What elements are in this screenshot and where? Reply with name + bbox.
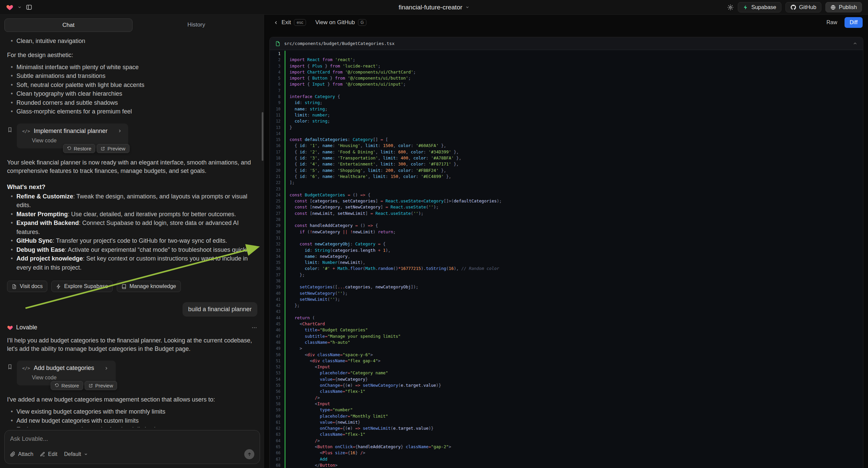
code-text: setNewCategory(''); <box>284 290 863 296</box>
supabase-button[interactable]: Supabase <box>738 2 781 12</box>
code-text: id: string; <box>284 100 863 106</box>
bullet-item: GitHub Sync: Transfer your project's cod… <box>17 236 257 245</box>
line-number: 28 <box>270 216 284 223</box>
github-icon <box>790 4 796 10</box>
code-text: className="flex-1" <box>284 431 863 437</box>
code-line: 68 </Button> <box>270 462 863 468</box>
code-text: name: string; <box>284 106 863 112</box>
supabase-icon <box>56 284 61 289</box>
globe-icon <box>830 5 836 10</box>
github-button[interactable]: GitHub <box>785 2 822 12</box>
bookmark-icon[interactable] <box>7 364 13 370</box>
tool-card-actions: Restore Preview <box>63 144 129 153</box>
message-menu-icon[interactable] <box>251 325 257 331</box>
edit-button[interactable]: Edit <box>40 451 57 457</box>
code-line: 62 onChange={(e) => setNewLimit(e.target… <box>270 426 863 431</box>
ready-text: Your sleek financial planner is now read… <box>7 158 257 175</box>
line-number: 34 <box>270 254 284 260</box>
collapse-chevron-up-icon[interactable] <box>852 41 858 46</box>
publish-button[interactable]: Publish <box>826 2 862 12</box>
code-line: 7 <box>270 88 863 94</box>
attach-button[interactable]: Attach <box>10 451 33 457</box>
tool-card-header: </> Add budget categories <box>22 364 110 372</box>
aesthetic-intro: For the design aesthetic: <box>7 51 257 59</box>
code-text: onChange={(e) => setNewCategory(e.target… <box>284 382 863 388</box>
code-text: placeholder="Category name" <box>284 370 863 376</box>
code-line: 27 const [newLimit, setNewLimit] = React… <box>270 210 863 216</box>
code-editor[interactable]: 12import React from 'react';3import { Pl… <box>270 50 863 468</box>
code-line: 53 placeholder="Category name" <box>270 370 863 376</box>
restore-button[interactable]: Restore <box>51 381 83 390</box>
code-text: import React from 'react'; <box>284 57 863 63</box>
settings-gear-icon[interactable] <box>727 4 734 11</box>
line-number: 1 <box>270 51 284 57</box>
restore-button[interactable]: Restore <box>63 144 96 153</box>
code-line: 4import ChartCard from '@/components/ui/… <box>270 69 863 75</box>
send-button[interactable] <box>244 449 254 459</box>
code-text <box>284 186 863 192</box>
visit-docs-button[interactable]: Visit docs <box>7 281 47 292</box>
code-line: 59 type="number" <box>270 407 863 413</box>
code-line: 39 setCategories([...categories, newCate… <box>270 284 863 290</box>
bullet-item: Clean typography with clear hierarchies <box>17 89 257 98</box>
sidebar-toggle-icon[interactable] <box>26 4 32 10</box>
pencil-icon <box>40 451 45 457</box>
chat-input[interactable] <box>10 435 254 442</box>
code-text: color: string; <box>284 118 863 124</box>
exit-button[interactable]: Exit esc <box>274 19 306 26</box>
code-text: { id: '4', name: 'Entertainment', limit:… <box>284 161 863 167</box>
line-number: 68 <box>270 462 284 468</box>
diff-button[interactable]: Diff <box>844 17 863 28</box>
code-toolbar-right: Raw Diff <box>823 17 863 28</box>
chat-messages[interactable]: Clean, intuitive navigation For the desi… <box>0 33 265 428</box>
tool-card-implement-financial-planner[interactable]: </> Implement financial planner View cod… <box>17 123 128 148</box>
line-number: 21 <box>270 174 284 180</box>
code-text: className="h-auto" <box>284 340 863 346</box>
code-line: 42 }; <box>270 302 863 309</box>
tool-card-add-budget-categories[interactable]: </> Add budget categories View code Rest… <box>17 360 116 385</box>
tab-history[interactable]: History <box>132 19 260 32</box>
assistant-name: Lovable <box>16 324 37 331</box>
code-line: 22]; <box>270 180 863 186</box>
line-number: 66 <box>270 450 284 456</box>
view-code-link[interactable]: View code <box>22 375 110 381</box>
code-text <box>284 88 863 94</box>
line-number: 52 <box>270 364 284 370</box>
lovable-logo-icon[interactable] <box>6 4 13 11</box>
code-text: import { Plus } from 'lucide-react'; <box>284 63 863 69</box>
code-text: /> <box>284 438 863 444</box>
code-line: 11 limit: number; <box>270 112 863 118</box>
chat-scrollbar[interactable] <box>262 112 264 161</box>
manage-knowledge-button[interactable]: Manage knowledge <box>117 281 181 292</box>
line-number: 3 <box>270 63 284 69</box>
code-card: src/components/budget/BudgetCategories.t… <box>270 37 863 468</box>
code-text: if (!newCategory || !newLimit) return; <box>284 229 863 235</box>
preview-button[interactable]: Preview <box>85 381 117 390</box>
code-text: value={newCategory} <box>284 376 863 382</box>
main-split: Chat History Clean, intuitive navigation… <box>0 15 868 468</box>
bookmark-icon[interactable] <box>7 127 13 133</box>
code-text: subtitle="Manage your spending limits" <box>284 333 863 340</box>
line-number: 44 <box>270 315 284 321</box>
bullet-item: Refine & Customize: Tweak the design, an… <box>17 192 257 210</box>
tool-card-header: </> Implement financial planner <box>22 127 122 135</box>
project-chevron-down-icon <box>465 5 469 9</box>
tool-card-actions: Restore Preview <box>51 381 117 390</box>
code-line: 19 { id: '4', name: 'Entertainment', lim… <box>270 161 863 167</box>
file-header[interactable]: src/components/budget/BudgetCategories.t… <box>270 37 863 50</box>
preview-button[interactable]: Preview <box>97 144 129 153</box>
code-text: const [newCategory, setNewCategory] = Re… <box>284 204 863 210</box>
code-text: { id: '5', name: 'Shopping', limit: 200,… <box>284 168 863 174</box>
code-text: placeholder="Monthly limit" <box>284 413 863 419</box>
line-number: 23 <box>270 186 284 192</box>
tab-chat[interactable]: Chat <box>4 19 132 32</box>
explore-supabase-button[interactable]: Explore Supabase <box>51 281 113 292</box>
mode-select[interactable]: Default <box>64 451 88 457</box>
code-line: 36 color: '#' + Math.floor(Math.random()… <box>270 266 863 272</box>
raw-button[interactable]: Raw <box>823 17 841 28</box>
view-on-github-button[interactable]: View on GitHub G <box>315 19 367 26</box>
project-menu[interactable]: financial-future-creator <box>399 4 469 11</box>
view-code-link[interactable]: View code <box>22 138 122 144</box>
workspace-chevron-down-icon[interactable] <box>18 5 22 9</box>
partial-bullet-list: Clean, intuitive navigation <box>7 37 257 46</box>
